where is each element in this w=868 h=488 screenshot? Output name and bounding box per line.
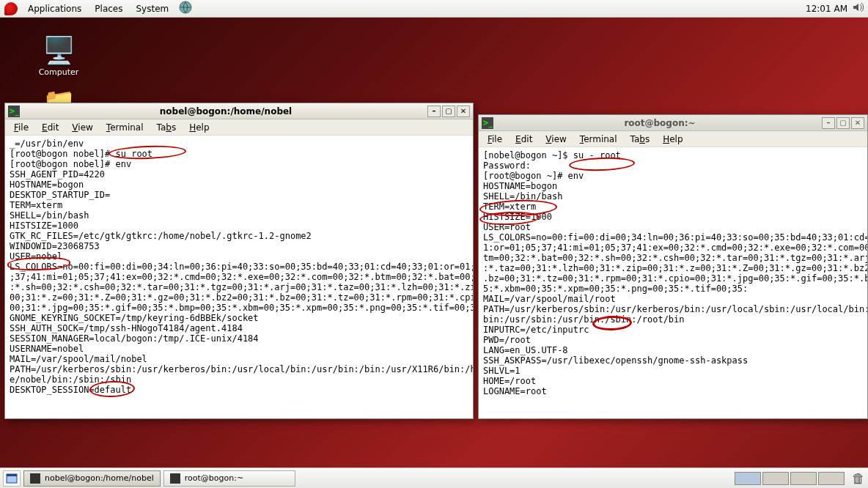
terminal-output-left[interactable]: _=/usr/bin/env [root@bogon nobel]# su ro… [5,136,473,418]
terminal-icon: >_ [482,117,493,129]
terminal-window-left: >_ nobel@bogon:/home/nobel – ▢ ✕ File Ed… [4,103,474,419]
titlebar-right[interactable]: >_ root@bogon:~ – ▢ ✕ [479,115,867,131]
workspace-4[interactable] [818,472,845,485]
menu-tabs[interactable]: Tabs [625,133,656,146]
desktop-icon-label: Computer [39,67,79,77]
show-desktop-button[interactable] [3,470,21,487]
menu-applications[interactable]: Applications [22,1,87,16]
menu-view[interactable]: View [540,133,572,146]
maximize-button[interactable]: ▢ [836,117,850,129]
volume-icon[interactable] [852,1,864,15]
workspace-2[interactable] [762,472,789,485]
terminal-icon [30,473,40,484]
computer-icon: 🖥️ [29,35,88,66]
workspace-pager[interactable] [735,472,845,485]
bottom-panel: nobel@bogon:/home/nobel root@bogon:~ 🗑 [0,467,868,488]
svg-rect-2 [7,474,17,476]
workspace-1[interactable] [735,472,761,485]
minimize-button[interactable]: – [427,106,441,117]
task-button-label: root@bogon:~ [185,473,243,483]
menu-edit[interactable]: Edit [510,133,538,146]
menubar-left: File Edit View Terminal Tabs Help [5,119,473,136]
redhat-logo-icon [4,2,18,15]
titlebar-left[interactable]: >_ nobel@bogon:/home/nobel – ▢ ✕ [5,103,473,119]
menu-file[interactable]: File [8,121,34,134]
menu-places[interactable]: Places [89,1,128,16]
task-button-terminal-left[interactable]: nobel@bogon:/home/nobel [23,470,161,487]
menu-system[interactable]: System [130,1,174,16]
menu-tabs[interactable]: Tabs [151,121,183,134]
menu-view[interactable]: View [66,121,98,134]
clock[interactable]: 12:01 AM [806,4,847,14]
menu-terminal[interactable]: Terminal [100,121,150,134]
minimize-button[interactable]: – [822,117,835,129]
terminal-icon [170,473,180,484]
close-button[interactable]: ✕ [851,117,864,129]
top-panel: Applications Places System 12:01 AM [0,0,868,18]
menu-edit[interactable]: Edit [36,121,65,134]
window-title: nobel@bogon:/home/nobel [24,106,427,117]
menu-file[interactable]: File [482,133,508,146]
terminal-output-right[interactable]: [nobel@bogon ~]$ su - root Password: [ro… [479,147,867,418]
terminal-icon: >_ [8,106,20,117]
window-title: root@bogon:~ [498,118,822,128]
task-button-label: nobel@bogon:/home/nobel [45,473,154,483]
trash-icon[interactable]: 🗑 [852,470,865,486]
maximize-button[interactable]: ▢ [442,106,455,117]
menu-help[interactable]: Help [657,133,688,146]
menubar-right: File Edit View Terminal Tabs Help [479,131,867,147]
workspace-3[interactable] [790,472,817,485]
terminal-window-right: >_ root@bogon:~ – ▢ ✕ File Edit View Ter… [478,114,868,419]
menu-help[interactable]: Help [183,121,215,134]
browser-launcher-icon[interactable] [176,0,195,18]
menu-terminal[interactable]: Terminal [574,133,623,146]
close-button[interactable]: ✕ [457,106,470,117]
desktop-icon-computer[interactable]: 🖥️ Computer [29,35,88,77]
task-button-terminal-right[interactable]: root@bogon:~ [163,470,295,487]
